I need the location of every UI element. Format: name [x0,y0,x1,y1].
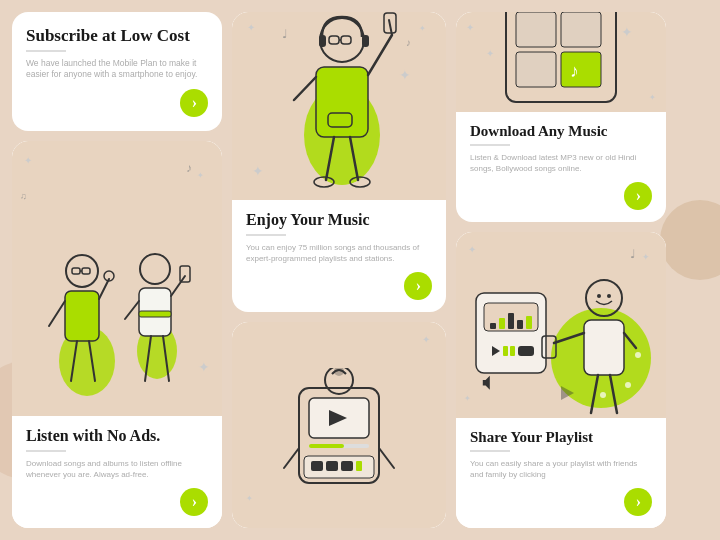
svg-rect-25 [319,35,326,47]
enjoy-divider [246,234,286,236]
svg-rect-45 [326,461,338,471]
listen-card: ✦ ✦ ✦ ♪ ♫ [12,141,222,528]
download-btn[interactable] [624,182,652,210]
svg-rect-75 [584,320,624,375]
svg-text:✦: ✦ [621,25,633,40]
svg-point-72 [586,280,622,316]
svg-rect-53 [516,12,556,47]
svg-line-79 [591,375,598,413]
svg-rect-6 [65,291,99,341]
video-card: ✦ ✦ [232,322,446,528]
music-note-1: ♪ [186,161,192,176]
share-sparkle-2: ✦ [642,252,650,262]
listen-divider [26,450,66,452]
sparkle-1: ✦ [24,155,32,166]
svg-rect-56 [561,52,601,87]
listen-svg [27,241,207,416]
svg-rect-47 [356,461,362,471]
share-card: ✦ ✦ ✦ ♩ [456,232,666,528]
enjoy-illustration: ✦ ✦ ✦ ♩ ♪ [232,12,446,200]
svg-rect-63 [499,318,505,329]
svg-point-73 [597,294,601,298]
svg-rect-62 [490,323,496,329]
download-card: ✦ ✦ ♪ ✦ ✦ Down [456,12,666,222]
share-svg [466,268,656,418]
svg-line-7 [49,301,65,326]
svg-rect-69 [510,346,515,356]
enjoy-card: ✦ ✦ ✦ ♩ ♪ [232,12,446,312]
svg-rect-22 [329,36,339,44]
svg-rect-23 [341,36,351,44]
svg-marker-71 [483,375,490,389]
sparkle-2: ✦ [197,171,204,180]
svg-rect-64 [508,313,514,329]
svg-rect-55 [516,52,556,87]
subscribe-desc: We have launched the Mobile Plan to make… [26,58,208,82]
svg-line-8 [99,279,109,299]
download-divider [470,144,510,146]
share-title: Share Your Playlist [470,428,652,446]
listen-illustration: ✦ ✦ ✦ ♪ ♫ [12,141,222,416]
svg-line-17 [125,301,139,319]
svg-rect-66 [526,316,532,329]
svg-rect-14 [139,311,171,317]
subscribe-card: Subscribe at Low Cost We have launched t… [12,12,222,131]
svg-line-80 [610,375,617,413]
svg-point-12 [140,254,170,284]
subscribe-btn[interactable] [180,89,208,117]
subscribe-title: Subscribe at Low Cost [26,26,208,46]
subscribe-divider [26,50,66,52]
share-illustration: ✦ ✦ ✦ ♩ [456,232,666,418]
download-desc: Listen & Download latest MP3 new or old … [470,152,652,174]
share-sparkle-1: ✦ [468,244,476,255]
share-btn[interactable] [624,488,652,516]
enjoy-svg: ✦ [244,12,434,200]
share-text-area: Share Your Playlist You can easily share… [456,418,666,528]
share-desc: You can easily share a your playlist wit… [470,458,652,480]
svg-text:✦: ✦ [399,68,411,83]
music-note-2: ♫ [20,191,27,201]
listen-btn[interactable] [180,488,208,516]
video-sparkle-1: ✦ [422,334,430,345]
svg-rect-42 [309,444,344,448]
svg-line-50 [284,448,299,468]
svg-line-51 [379,448,394,468]
main-grid: Subscribe at Low Cost We have launched t… [0,0,720,540]
svg-line-29 [368,35,392,75]
svg-rect-70 [518,346,534,356]
svg-rect-46 [341,461,353,471]
video-illustration: ✦ ✦ [232,322,446,528]
video-svg [244,368,434,528]
column-1: Subscribe at Low Cost We have launched t… [12,12,222,528]
svg-text:✦: ✦ [486,48,494,59]
enjoy-text-area: Enjoy Your Music You can enjoy 75 millio… [232,200,446,312]
svg-line-15 [171,276,185,296]
share-note-1: ♩ [630,247,636,262]
download-svg: ♪ ✦ ✦ [466,12,656,112]
svg-point-21 [320,18,364,62]
svg-marker-81 [561,386,574,400]
svg-rect-54 [561,12,601,47]
listen-text-area: Listen with No Ads. Download songs and a… [12,416,222,528]
enjoy-title: Enjoy Your Music [246,210,432,229]
svg-text:♪: ♪ [570,61,579,81]
svg-rect-3 [72,268,80,274]
listen-desc: Download songs and albums to listen offl… [26,458,208,480]
svg-point-49 [334,368,344,376]
download-title: Download Any Music [470,122,652,140]
svg-rect-68 [503,346,508,356]
enjoy-btn[interactable] [404,272,432,300]
svg-point-74 [607,294,611,298]
svg-line-31 [294,77,316,100]
download-text-area: Download Any Music Listen & Download lat… [456,112,666,222]
svg-rect-4 [82,268,90,274]
column-3: ✦ ✦ ♪ ✦ ✦ Down [456,12,666,528]
enjoy-desc: You can enjoy 75 million songs and thous… [246,242,432,264]
share-divider [470,450,510,452]
listen-title: Listen with No Ads. [26,426,208,445]
column-2: ✦ ✦ ✦ ♩ ♪ [232,12,446,528]
svg-rect-26 [362,35,369,47]
download-illustration: ✦ ✦ ♪ ✦ ✦ [456,12,666,112]
svg-rect-44 [311,461,323,471]
svg-line-76 [554,333,584,343]
